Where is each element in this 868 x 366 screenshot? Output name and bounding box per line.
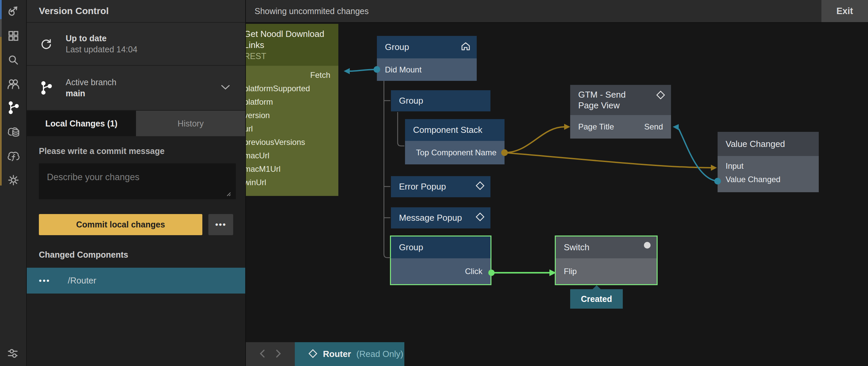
panel-title: Version Control	[39, 6, 108, 17]
branch-icon	[27, 81, 66, 95]
canvas-topbar: Showing uncommited changes Exit	[246, 0, 868, 23]
uncommitted-changes-status: Showing uncommited changes	[255, 6, 369, 16]
node-graph-canvas[interactable]: Get Noodl Download Links REST Fetch plat…	[246, 23, 868, 366]
branch-name: main	[66, 88, 116, 99]
version-control-icon[interactable]	[0, 98, 27, 117]
node-group-click[interactable]: Group Click	[391, 236, 491, 284]
commit-message-input[interactable]	[39, 163, 236, 199]
node-switch[interactable]: Switch Flip	[556, 236, 657, 284]
sync-status-text: Up to date	[66, 33, 137, 44]
activity-sidebar	[0, 0, 27, 366]
settings-gear-icon[interactable]	[0, 171, 27, 190]
diamond-icon	[656, 91, 665, 102]
tab-local-changes[interactable]: Local Changes (1)	[27, 111, 136, 136]
read-only-badge: (Read Only)	[356, 349, 403, 359]
changed-components-heading: Changed Components	[39, 250, 245, 260]
tab-history[interactable]: History	[136, 111, 245, 136]
node-title: Error Popup	[399, 181, 446, 192]
port-url[interactable]: url	[246, 122, 338, 136]
local-changes-content: Please write a commit message Commit loc…	[27, 136, 245, 366]
port-platform[interactable]: platform	[246, 95, 338, 109]
cloud-functions-icon[interactable]	[0, 147, 27, 166]
exit-button[interactable]: Exit	[822, 0, 868, 22]
port-top-component-name[interactable]: Top Component Name	[405, 141, 504, 164]
port-macm1url[interactable]: macM1Url	[246, 162, 338, 176]
changed-component-name: /Router	[68, 275, 96, 286]
port-previousversions[interactable]: previousVersions	[246, 136, 338, 149]
node-title: Component Stack	[413, 125, 483, 135]
cloud-services-icon[interactable]	[0, 123, 27, 142]
component-tab-router[interactable]: Router (Read Only)	[295, 342, 404, 366]
node-error-popup[interactable]: Error Popup	[391, 176, 491, 197]
collaborators-icon[interactable]	[0, 75, 27, 93]
port-macurl[interactable]: macUrl	[246, 149, 338, 162]
node-group-home[interactable]: Group Did Mount	[377, 36, 477, 81]
history-nav	[246, 342, 295, 366]
version-control-panel: Version Control Up to date Last updated …	[27, 0, 246, 366]
wire-topcomponent-pagetitle	[504, 124, 570, 152]
node-gtm-send-page-view[interactable]: GTM - Send Page View Page Title Send	[570, 85, 671, 139]
component-diamond-icon	[308, 349, 318, 360]
port-value-changed[interactable]: Value Changed	[718, 173, 819, 186]
refresh-icon[interactable]	[27, 37, 66, 51]
node-rest-get-noodl-download-links[interactable]: Get Noodl Download Links REST Fetch plat…	[246, 24, 338, 196]
wire-click-flip	[489, 270, 556, 276]
resize-grip-icon[interactable]	[226, 191, 231, 198]
node-component-stack[interactable]: Component Stack Top Component Name	[405, 119, 504, 164]
diamond-icon	[476, 213, 485, 223]
port-send[interactable]: Send	[644, 122, 663, 132]
editor-preferences-icon[interactable]	[0, 344, 27, 363]
created-annotation-badge: Created	[570, 289, 623, 309]
port-input[interactable]: Input	[718, 159, 819, 173]
wire-topcomponent-input	[501, 149, 717, 171]
commit-more-options-button[interactable]: •••	[208, 214, 233, 235]
node-title: Group	[399, 242, 423, 253]
sync-status-row: Up to date Last updated 14:04	[27, 23, 245, 66]
nav-forward-icon[interactable]	[275, 348, 282, 360]
port-fetch[interactable]: Fetch	[246, 68, 338, 82]
diamond-icon	[476, 181, 485, 192]
node-subtitle: REST	[246, 51, 330, 61]
chevron-down-icon[interactable]	[220, 84, 230, 91]
active-branch-row[interactable]: Active branch main	[27, 66, 245, 111]
component-navigation-bar: Router (Read Only)	[246, 342, 404, 366]
item-menu-icon[interactable]: •••	[39, 276, 50, 285]
node-title: Message Popup	[399, 213, 462, 223]
port-version[interactable]: version	[246, 109, 338, 122]
node-title: Group	[399, 95, 423, 106]
panel-tabs: Local Changes (1) History	[27, 111, 245, 136]
node-title: Switch	[564, 242, 590, 253]
node-group-2[interactable]: Group	[391, 90, 491, 111]
port-did-mount[interactable]: Did Mount	[377, 58, 477, 81]
commit-local-changes-button[interactable]: Commit local changes	[39, 214, 203, 235]
branch-label: Active branch	[66, 77, 116, 88]
changed-component-item-router[interactable]: ••• /Router	[27, 268, 245, 293]
node-title: Group	[385, 42, 409, 52]
home-icon	[461, 41, 471, 53]
nav-back-icon[interactable]	[259, 348, 266, 360]
search-icon[interactable]	[0, 51, 27, 69]
node-title: Get Noodl Download Links	[246, 29, 330, 50]
port-winurl[interactable]: winUrl	[246, 176, 338, 189]
node-value-changed[interactable]: Value Changed Input Value Changed	[718, 132, 819, 192]
wire-didmount-fetch	[344, 66, 380, 74]
panel-header: Version Control	[27, 0, 245, 23]
port-click[interactable]: Click	[391, 258, 491, 284]
port-flip[interactable]: Flip	[556, 258, 657, 284]
node-message-popup[interactable]: Message Popup	[391, 207, 491, 228]
node-title: GTM - Send Page View	[578, 89, 648, 111]
badge-pointer	[592, 285, 601, 289]
component-tab-title: Router	[323, 349, 351, 359]
sync-last-updated: Last updated 14:04	[66, 44, 137, 55]
connections-layer	[246, 23, 868, 366]
port-platformsupported[interactable]: platformSupported	[246, 82, 338, 95]
wire-valuechanged-send	[673, 124, 721, 185]
port-page-title[interactable]: Page Title	[578, 122, 614, 132]
noodl-logo-icon[interactable]	[0, 2, 27, 21]
components-grid-icon[interactable]	[0, 27, 27, 45]
commit-message-prompt: Please write a commit message	[39, 146, 245, 156]
node-status-dot	[644, 242, 651, 249]
badge-label: Created	[581, 294, 612, 304]
noodl-editor-window: Version Control Up to date Last updated …	[0, 0, 868, 366]
node-title: Value Changed	[725, 139, 785, 149]
